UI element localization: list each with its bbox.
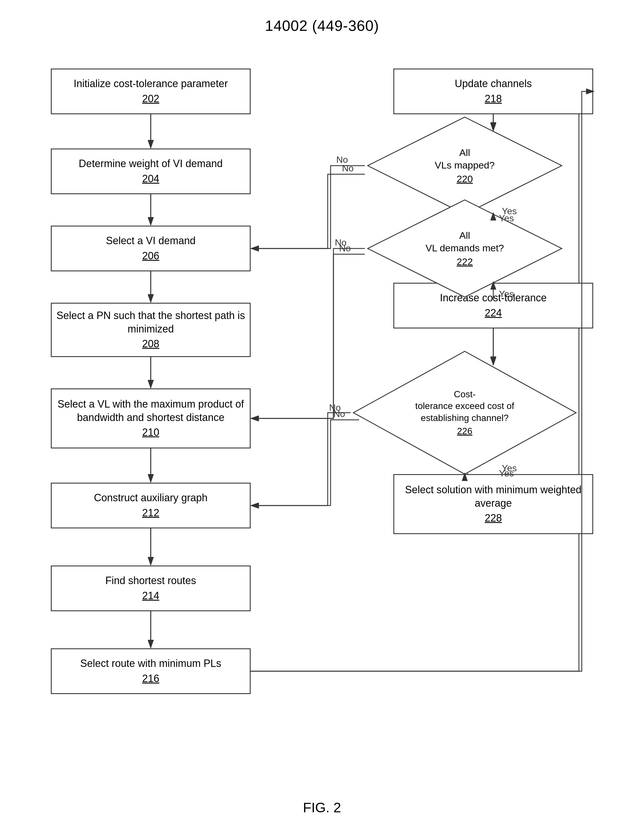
box-228: Select solution with minimum weighted av… (393, 474, 593, 534)
diagram-container: No No No Yes Yes Yes Initialize cost-tol… (22, 46, 622, 788)
page-title: 14002 (449-360) (0, 0, 644, 46)
box-214: Find shortest routes 214 (51, 566, 251, 611)
box-204: Determine weight of VI demand 204 (51, 149, 251, 194)
diamond-222: AllVL demands met?222 (365, 197, 565, 300)
box-212: Construct auxiliary graph 212 (51, 483, 251, 528)
diamond-226: Cost-tolerance exceed cost ofestablishin… (351, 349, 579, 477)
svg-text:No: No (339, 243, 351, 253)
box-202: Initialize cost-tolerance parameter 202 (51, 69, 251, 114)
svg-text:No: No (335, 237, 347, 248)
box-216: Select route with minimum PLs 216 (51, 648, 251, 694)
box-206: Select a VI demand 206 (51, 226, 251, 271)
box-218: Update channels 218 (393, 69, 593, 114)
fig-label: FIG. 2 (0, 800, 644, 818)
svg-text:No: No (329, 403, 341, 413)
box-208: Select a PN such that the shortest path … (51, 303, 251, 357)
svg-text:No: No (342, 163, 354, 173)
svg-text:No: No (333, 409, 345, 419)
svg-text:No: No (336, 155, 348, 165)
box-210: Select a VL with the maximum product of … (51, 388, 251, 448)
